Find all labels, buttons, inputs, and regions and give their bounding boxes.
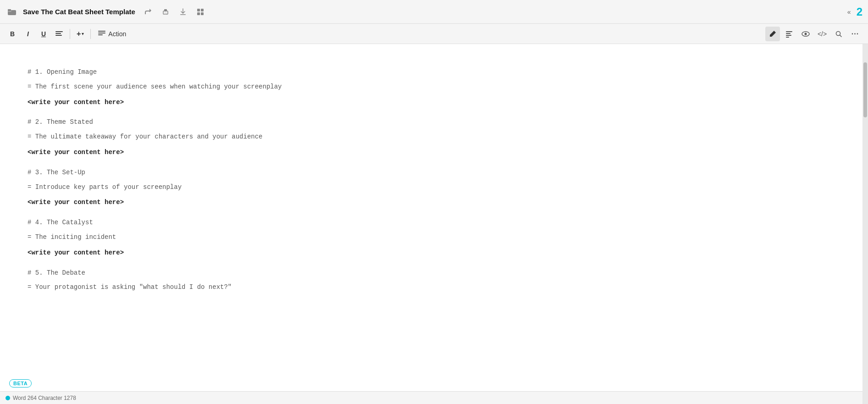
- section-3-placeholder[interactable]: <write your content here>: [28, 197, 835, 208]
- svg-rect-11: [201, 12, 204, 15]
- document-title: Save The Cat Beat Sheet Template: [23, 8, 135, 16]
- svg-rect-9: [201, 9, 204, 11]
- scrollbar-track[interactable]: [862, 44, 868, 404]
- view-button[interactable]: [798, 27, 813, 41]
- section-1: # 1. Opening Image = The first scene you…: [28, 67, 835, 108]
- share-icon[interactable]: [142, 6, 155, 18]
- italic-button[interactable]: I: [21, 27, 35, 41]
- download-icon[interactable]: [177, 6, 189, 18]
- svg-rect-16: [98, 33, 105, 33]
- svg-rect-3: [163, 11, 168, 14]
- svg-line-25: [840, 35, 842, 37]
- svg-rect-15: [98, 31, 105, 32]
- chevron-icon: ▾: [82, 31, 84, 36]
- insert-button[interactable]: + ▾: [74, 28, 87, 40]
- content-area: # 1. Opening Image = The first scene you…: [0, 44, 868, 404]
- section-2: # 2. Theme Stated = The ultimate takeawa…: [28, 117, 835, 158]
- svg-rect-13: [55, 33, 61, 34]
- align-button[interactable]: [52, 27, 66, 41]
- svg-rect-21: [786, 37, 789, 38]
- section-3: # 3. The Set-Up = Introduce key parts of…: [28, 167, 835, 208]
- section-5-desc: = Your protagonist is asking "what shoul…: [28, 282, 835, 293]
- notification-badge: 2: [857, 6, 862, 18]
- svg-rect-12: [55, 31, 63, 32]
- top-bar-right: « 2: [845, 6, 862, 18]
- toolbar-divider-2: [90, 29, 91, 39]
- svg-rect-7: [180, 14, 186, 15]
- svg-rect-18: [786, 31, 792, 32]
- more-button[interactable]: ···: [848, 27, 862, 41]
- section-4-heading: # 4. The Catalyst: [28, 217, 835, 228]
- underline-button[interactable]: U: [37, 27, 50, 41]
- svg-point-23: [805, 33, 807, 35]
- svg-rect-5: [164, 13, 167, 13]
- top-bar-left: Save The Cat Beat Sheet Template: [6, 6, 840, 18]
- action-list-icon: [98, 31, 105, 37]
- section-1-heading: # 1. Opening Image: [28, 67, 835, 78]
- toolbar-right: </> ···: [765, 27, 862, 41]
- section-2-desc: = The ultimate takeaway for your charact…: [28, 132, 835, 143]
- svg-rect-6: [164, 14, 166, 14]
- svg-rect-2: [8, 9, 11, 11]
- toolbar-divider-1: [70, 29, 70, 39]
- svg-rect-14: [55, 35, 62, 36]
- beta-badge: BETA: [9, 379, 32, 387]
- code-icon: </>: [818, 30, 827, 38]
- section-4-desc: = The inciting incident: [28, 232, 835, 243]
- section-4: # 4. The Catalyst = The inciting inciden…: [28, 217, 835, 258]
- svg-rect-19: [786, 33, 791, 34]
- section-2-placeholder[interactable]: <write your content here>: [28, 147, 835, 158]
- svg-rect-10: [197, 12, 200, 15]
- word-count: Word 264 Character 1278: [13, 395, 76, 401]
- action-group: Action: [98, 30, 126, 38]
- scrollbar-thumb[interactable]: [863, 62, 867, 117]
- svg-rect-20: [786, 35, 791, 36]
- grid-icon[interactable]: [194, 6, 207, 18]
- svg-rect-8: [197, 9, 200, 11]
- section-3-desc: = Introduce key parts of your screenplay: [28, 182, 835, 193]
- format-button[interactable]: [782, 27, 796, 41]
- ellipsis-icon: ···: [851, 30, 859, 38]
- svg-rect-4: [164, 9, 167, 11]
- editor-wrapper[interactable]: # 1. Opening Image = The first scene you…: [0, 44, 862, 404]
- toolbar: B I U + ▾ Action: [0, 24, 868, 44]
- section-2-heading: # 2. Theme Stated: [28, 117, 835, 128]
- section-5: # 5. The Debate = Your protagonist is as…: [28, 268, 835, 293]
- svg-rect-17: [98, 34, 103, 35]
- print-icon[interactable]: [159, 6, 172, 18]
- code-button[interactable]: </>: [815, 27, 829, 41]
- collapse-icon[interactable]: «: [845, 6, 854, 17]
- editor-content: # 1. Opening Image = The first scene you…: [0, 44, 862, 404]
- section-3-heading: # 3. The Set-Up: [28, 167, 835, 178]
- folder-icon[interactable]: [6, 6, 18, 18]
- section-4-placeholder[interactable]: <write your content here>: [28, 248, 835, 259]
- plus-icon: +: [77, 30, 81, 38]
- top-bar: Save The Cat Beat Sheet Template: [0, 0, 868, 24]
- status-dot: [6, 396, 10, 400]
- section-1-desc: = The first scene your audience sees whe…: [28, 82, 835, 93]
- edit-mode-button[interactable]: [765, 27, 780, 41]
- status-bar: Word 264 Character 1278: [0, 391, 862, 404]
- section-5-heading: # 5. The Debate: [28, 268, 835, 279]
- section-1-placeholder[interactable]: <write your content here>: [28, 97, 835, 108]
- bold-button[interactable]: B: [6, 27, 19, 41]
- search-button[interactable]: [831, 27, 846, 41]
- action-label: Action: [108, 30, 126, 38]
